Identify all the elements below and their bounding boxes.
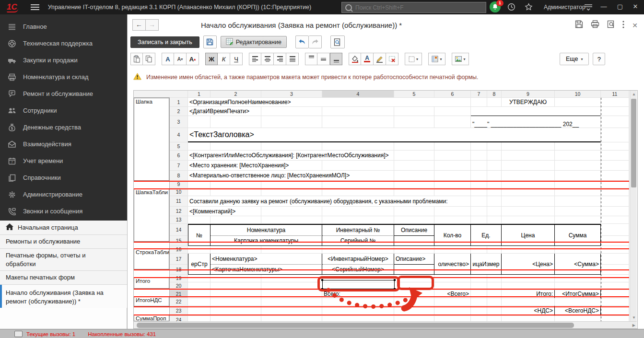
save-icon[interactable] bbox=[575, 20, 583, 30]
main-menu-icon[interactable] bbox=[31, 4, 39, 10]
vertical-scrollbar[interactable]: ▲ ▼ bbox=[630, 91, 637, 321]
sidebar-item-staff[interactable]: Сотрудники bbox=[0, 102, 127, 119]
area-label-itogo[interactable]: Итого bbox=[136, 278, 150, 284]
maximize-button[interactable]: ▢ bbox=[615, 3, 625, 10]
cell-approve[interactable]: УТВЕРЖДАЮ bbox=[502, 98, 555, 107]
picture-dropdown[interactable]: ▾ bbox=[452, 53, 469, 65]
current-user[interactable]: Администратор bbox=[544, 4, 585, 11]
sidebar-item-money[interactable]: Денежные средства bbox=[0, 119, 127, 136]
tab-print-forms[interactable]: Печатные формы, отчеты и обработки bbox=[0, 249, 127, 271]
global-search[interactable] bbox=[341, 2, 486, 13]
header-cell-sum[interactable]: Сумма bbox=[555, 224, 601, 246]
header-cell-card[interactable]: Карточка номенклатуры bbox=[211, 236, 322, 246]
underline-button[interactable]: Ч bbox=[230, 53, 243, 65]
cell-storage[interactable]: <Место хранения: [МестоХранения]> bbox=[188, 161, 322, 171]
align-justify-icon[interactable] bbox=[286, 53, 299, 65]
clear-format-icon[interactable] bbox=[386, 53, 398, 65]
area-label-stroka-tablicy[interactable]: СтрокаТабли bbox=[136, 249, 169, 255]
header-cell-serial[interactable]: Серийный № bbox=[322, 236, 394, 246]
more-dots-icon[interactable] bbox=[622, 21, 624, 30]
redo-icon[interactable] bbox=[309, 35, 322, 48]
sidebar-item-main[interactable]: Главное bbox=[0, 18, 127, 35]
named-areas-dropdown[interactable]: ▾ bbox=[428, 53, 445, 65]
fill-color-icon[interactable] bbox=[349, 53, 361, 65]
grid-corner[interactable] bbox=[170, 91, 188, 98]
close-page-icon[interactable]: ✕ bbox=[632, 22, 638, 29]
font-color-icon[interactable]: А bbox=[361, 53, 374, 65]
valign-middle-icon[interactable] bbox=[317, 53, 330, 65]
undo-icon[interactable] bbox=[295, 35, 309, 48]
cell-unit[interactable]: ицаИзмер bbox=[471, 254, 502, 275]
bold-button[interactable]: Ж bbox=[205, 53, 218, 65]
settings-icon[interactable] bbox=[584, 4, 593, 12]
area-label-summa-propisyu[interactable]: СуммаПроп bbox=[136, 315, 166, 321]
cell-price[interactable]: <Цена> bbox=[502, 254, 555, 275]
calls-monitor-icon[interactable] bbox=[14, 331, 23, 337]
cell-datetime[interactable]: <ДатаИВремяПечати> bbox=[188, 107, 261, 116]
favorites-star-icon[interactable] bbox=[525, 3, 533, 13]
more-actions-button[interactable]: Еще▾ bbox=[560, 53, 589, 65]
tab-service-start-layout[interactable]: Начало обслуживания (Заявка на ремонт (о… bbox=[0, 285, 127, 310]
header-cell-nomenclature[interactable]: Номенклатура bbox=[211, 224, 322, 236]
minimize-button[interactable]: — bbox=[598, 3, 609, 10]
italic-button[interactable]: К bbox=[218, 53, 230, 65]
horizontal-scrollbar[interactable]: ▶ bbox=[134, 321, 637, 328]
grid-corner-cell[interactable] bbox=[134, 91, 170, 98]
area-label-shapka[interactable]: Шапка bbox=[136, 99, 152, 105]
spreadsheet-grid-area[interactable]: Шапка ШапкаТабли СтрокаТабли Итого Итого… bbox=[134, 91, 629, 321]
header-cell-unit[interactable]: Ед. bbox=[471, 224, 502, 246]
align-right-icon[interactable] bbox=[274, 53, 286, 65]
save-and-close-button[interactable]: Записать и закрыть bbox=[130, 36, 199, 48]
align-center-icon[interactable] bbox=[261, 53, 274, 65]
cell-doc-title[interactable]: <ТекстЗаголовка> bbox=[188, 128, 601, 142]
font-button[interactable]: А bbox=[162, 53, 174, 65]
vertical-scrollbar-thumb[interactable] bbox=[631, 99, 636, 187]
cell-comment[interactable]: <[Комментарий]> bbox=[188, 207, 261, 216]
cell-date-line[interactable]: "____" ______________________ 202__ bbox=[471, 116, 601, 128]
print-icon[interactable] bbox=[591, 20, 599, 30]
cell-row-number[interactable]: ерСтр bbox=[188, 254, 211, 275]
cell-nomenclature[interactable]: <Номенклатура> bbox=[211, 254, 322, 265]
sidebar-item-interactions[interactable]: Взаимодействия bbox=[0, 136, 127, 152]
header-cell-qty[interactable]: Кол-во bbox=[434, 224, 471, 246]
preview-icon[interactable] bbox=[607, 20, 615, 30]
tab-repairs[interactable]: Ремонты и обслуживание bbox=[0, 235, 127, 249]
cell-inventory-number[interactable]: <ИнвентарныйНомер> bbox=[322, 254, 394, 265]
header-cell-price[interactable]: Цена bbox=[502, 224, 555, 246]
sidebar-item-administration[interactable]: Администрирование bbox=[0, 186, 127, 203]
scroll-up-icon[interactable]: ▲ bbox=[632, 92, 636, 96]
sidebar-item-warehouse[interactable]: Номенклатура и склад bbox=[0, 69, 127, 85]
copy-icon[interactable] bbox=[143, 53, 155, 65]
edit-mode-toggle[interactable]: Редактирование bbox=[221, 36, 287, 48]
cell-mol[interactable]: <Материально-ответственное лицо: [МестоХ… bbox=[188, 171, 394, 181]
cell-quantity[interactable]: оличество> bbox=[434, 254, 471, 275]
header-cell-no[interactable]: № bbox=[188, 224, 211, 246]
sidebar-item-purchases[interactable]: Закупки и продажи bbox=[0, 52, 127, 69]
help-button[interactable]: ? bbox=[593, 53, 605, 65]
cell-contragent[interactable]: <[КонтрагентИлиМестоОбслуживания]: [Конт… bbox=[188, 151, 394, 161]
valign-bottom-icon[interactable] bbox=[330, 53, 342, 65]
sidebar-item-references[interactable]: Справочники bbox=[0, 169, 127, 186]
font-size-increase-icon[interactable]: А▴ bbox=[187, 53, 199, 65]
history-icon[interactable] bbox=[507, 3, 515, 13]
cell-sum[interactable]: <Сумма> bbox=[555, 254, 601, 275]
area-label-shapka-tablicy[interactable]: ШапкаТабли bbox=[136, 189, 168, 195]
borders-dropdown[interactable]: ▾ bbox=[405, 53, 422, 65]
sidebar-item-calls[interactable]: Звонки и сообщения bbox=[0, 203, 127, 220]
sidebar-item-repair[interactable]: Ремонт и обслуживание bbox=[0, 85, 127, 102]
sidebar-item-timesheet[interactable]: 7 Учет времени bbox=[0, 152, 127, 169]
search-input[interactable] bbox=[354, 4, 481, 12]
scroll-right-icon[interactable]: ▶ bbox=[632, 323, 635, 327]
print-preview-button[interactable] bbox=[330, 35, 345, 48]
border-pencil-icon[interactable] bbox=[374, 53, 386, 65]
sidebar-item-support[interactable]: Техническая поддержка bbox=[0, 35, 127, 52]
header-cell-inventory[interactable]: Инвентарный № bbox=[322, 224, 394, 236]
area-label-itogo-nds[interactable]: ИтогоНДС bbox=[136, 297, 162, 303]
valign-top-icon[interactable] bbox=[305, 53, 317, 65]
header-cell-description[interactable]: Описание bbox=[394, 224, 434, 236]
forward-button[interactable]: → bbox=[146, 19, 159, 31]
back-button[interactable]: ← bbox=[132, 19, 146, 31]
cell-compose-text[interactable]: Составили данную заявку на ремонт (обслу… bbox=[188, 196, 471, 207]
font-size-decrease-icon[interactable]: А▾ bbox=[174, 53, 187, 65]
save-button[interactable] bbox=[203, 35, 217, 48]
